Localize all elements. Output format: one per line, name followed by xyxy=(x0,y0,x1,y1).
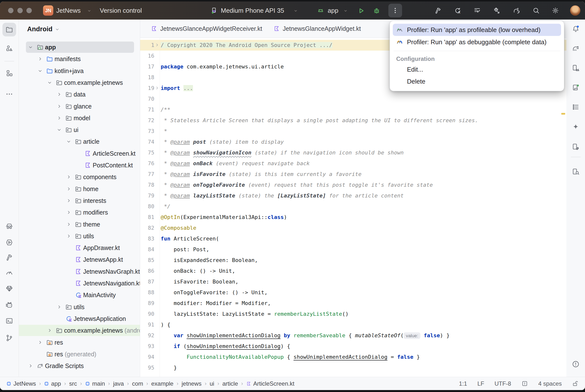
chevron-down-icon[interactable] xyxy=(66,139,72,144)
inspection-icon[interactable] xyxy=(521,380,528,387)
tree-row-gradle-scripts[interactable]: Gradle Scripts xyxy=(19,360,140,372)
code-line-72[interactable]: 72 * Stateless Article Screen that displ… xyxy=(140,115,566,126)
breadcrumb-item-java[interactable]: java xyxy=(113,380,124,387)
chevron-right-icon[interactable] xyxy=(38,340,43,345)
tree-row-mainactivity[interactable]: MainActivity xyxy=(19,289,140,300)
code-line-95[interactable]: 95 } xyxy=(140,362,566,373)
tree-row-utils[interactable]: utils xyxy=(19,301,140,312)
minimize-window-button[interactable] xyxy=(17,8,23,13)
chevron-right-icon[interactable] xyxy=(57,104,62,109)
code-line-84[interactable]: 84 post: Post, xyxy=(140,244,566,255)
tree-row-ui[interactable]: ui xyxy=(19,124,140,136)
tool-window-button-more-tools[interactable] xyxy=(3,87,16,101)
chevron-down-icon[interactable] xyxy=(57,127,62,132)
chevron-down-icon[interactable] xyxy=(47,80,52,85)
breadcrumb-item-jetnews[interactable]: JetNews xyxy=(6,380,36,387)
tree-row-article[interactable]: article xyxy=(19,136,140,147)
code-line-89[interactable]: 89 modifier: Modifier = Modifier, xyxy=(140,298,566,309)
tool-window-button-git-branch[interactable] xyxy=(3,331,16,345)
tool-window-button-profiler-gauge[interactable] xyxy=(3,266,16,279)
tool-window-button-problems[interactable] xyxy=(569,357,582,371)
settings-gear-icon[interactable] xyxy=(552,7,559,14)
tool-window-button-todo-list[interactable] xyxy=(569,100,582,114)
code-line-70[interactable]: 70 xyxy=(140,94,566,104)
tool-window-button-device-mirroring[interactable] xyxy=(569,140,582,154)
tool-window-button-structure[interactable] xyxy=(3,66,16,80)
tree-row-res[interactable]: res xyxy=(19,337,140,348)
code-line-71[interactable]: 71/** xyxy=(140,104,566,115)
tree-row-com-example-jetnews[interactable]: com.example.jetnews (androidTest) xyxy=(19,325,140,336)
build-hammer-icon[interactable] xyxy=(434,7,442,14)
popup-item-profiler-1[interactable]: Profiler: Run 'app' as debuggable (compl… xyxy=(393,36,561,48)
apply-code-icon[interactable] xyxy=(473,7,481,14)
fold-arrow-icon[interactable] xyxy=(155,42,160,48)
breadcrumb-item-jetnews[interactable]: jetnews xyxy=(182,380,202,387)
code-line-83[interactable]: 83fun ArticleScreen( xyxy=(140,234,566,244)
tool-window-button-build-hammer[interactable] xyxy=(3,250,16,264)
breadcrumb-item-main[interactable]: main xyxy=(85,380,105,387)
chevron-right-icon[interactable] xyxy=(66,174,72,180)
tool-window-button-gradle-elephant[interactable] xyxy=(569,42,582,55)
device-selector[interactable]: Medium Phone API 35 xyxy=(221,2,284,20)
chevron-right-icon[interactable] xyxy=(47,328,52,333)
chevron-right-icon[interactable] xyxy=(28,363,33,368)
tree-row-com-example-jetnews[interactable]: com.example.jetnews xyxy=(19,77,140,88)
editor-tab-0[interactable]: JetnewsGlanceAppWidgetReceiver.kt xyxy=(149,20,265,38)
tree-row-theme[interactable]: theme xyxy=(19,219,140,230)
version-control-menu[interactable]: Version control xyxy=(100,2,142,20)
tree-row-data[interactable]: data xyxy=(19,89,140,100)
chevron-right-icon[interactable] xyxy=(66,186,72,192)
tree-row-app[interactable]: app xyxy=(19,42,140,53)
chevron-right-icon[interactable] xyxy=(57,304,62,310)
tool-window-button-ai-spark[interactable] xyxy=(569,120,582,134)
rerun-a-icon[interactable]: A xyxy=(454,7,461,14)
code-line-73[interactable]: 73 * xyxy=(140,126,566,136)
tree-row-jetnewsapp-kt[interactable]: JetnewsApp.kt xyxy=(19,254,140,265)
gradle-sync-icon[interactable] xyxy=(513,7,520,14)
tree-row-kotlin-java[interactable]: kotlin+java xyxy=(19,65,140,76)
tree-row-manifests[interactable]: manifests xyxy=(19,53,140,64)
tool-window-button-notifications-bell[interactable] xyxy=(569,22,582,36)
code-line-85[interactable]: 85 isExpandedScreen: Boolean, xyxy=(140,255,566,266)
close-window-button[interactable] xyxy=(8,8,14,13)
tool-window-button-hexagon-play[interactable] xyxy=(3,236,16,249)
lock-open-icon[interactable] xyxy=(572,380,579,387)
popup-item-edit[interactable]: Edit... xyxy=(403,64,561,76)
status-widget-4-spaces[interactable]: 4 spaces xyxy=(538,380,562,387)
tool-window-button-device-manager[interactable] xyxy=(569,81,582,94)
chevron-right-icon[interactable] xyxy=(57,115,62,121)
breadcrumb-item-articlescreen-kt[interactable]: ArticleScreen.kt xyxy=(246,380,294,387)
tool-window-button-incognito[interactable] xyxy=(3,220,16,233)
chevron-down-icon[interactable] xyxy=(38,68,43,74)
tree-row-components[interactable]: components xyxy=(19,171,140,182)
tool-window-button-gem[interactable] xyxy=(3,282,16,296)
more-run-options-button[interactable] xyxy=(388,4,402,17)
chevron-down-icon[interactable] xyxy=(28,44,33,50)
tool-window-button-running-devices[interactable] xyxy=(569,61,582,75)
code-line-91[interactable]: 91) { xyxy=(140,320,566,330)
code-line-88[interactable]: 88 onToggleFavorite: () -> Unit, xyxy=(140,287,566,298)
status-widget-lf[interactable]: LF xyxy=(477,380,484,387)
tool-window-button-logcat-cat[interactable] xyxy=(3,298,16,312)
attach-debugger-icon[interactable] xyxy=(493,7,500,14)
tree-row-model[interactable]: model xyxy=(19,112,140,124)
tree-row-interests[interactable]: interests xyxy=(19,195,140,206)
code-line-75[interactable]: 75 * @param showNavigationIcon (state) i… xyxy=(140,147,566,158)
tree-row-glance[interactable]: glance xyxy=(19,101,140,112)
run-configuration-selector[interactable]: app xyxy=(328,2,338,20)
run-button[interactable] xyxy=(357,7,365,15)
code-line-80[interactable]: 80 */ xyxy=(140,201,566,212)
breadcrumb-item-example[interactable]: example xyxy=(151,380,173,387)
breadcrumb-item-src[interactable]: src xyxy=(69,380,77,387)
project-menu[interactable]: JetNews xyxy=(56,2,81,20)
status-widget-utf-8[interactable]: UTF-8 xyxy=(494,380,511,387)
tree-row-jetnewsapplication[interactable]: JetnewsApplication xyxy=(19,313,140,324)
tree-row-home[interactable]: home xyxy=(19,183,140,194)
tool-window-button-resource-manager[interactable] xyxy=(3,42,16,55)
tool-window-button-project-folder[interactable] xyxy=(3,23,16,36)
chevron-right-icon[interactable] xyxy=(57,92,62,97)
chevron-right-icon[interactable] xyxy=(66,210,72,215)
tree-row-articlescreen-kt[interactable]: ArticleScreen.kt xyxy=(19,148,140,159)
code-line-90[interactable]: 90 lazyListState: LazyListState = rememb… xyxy=(140,309,566,320)
status-widget-1-1[interactable]: 1:1 xyxy=(459,380,467,387)
